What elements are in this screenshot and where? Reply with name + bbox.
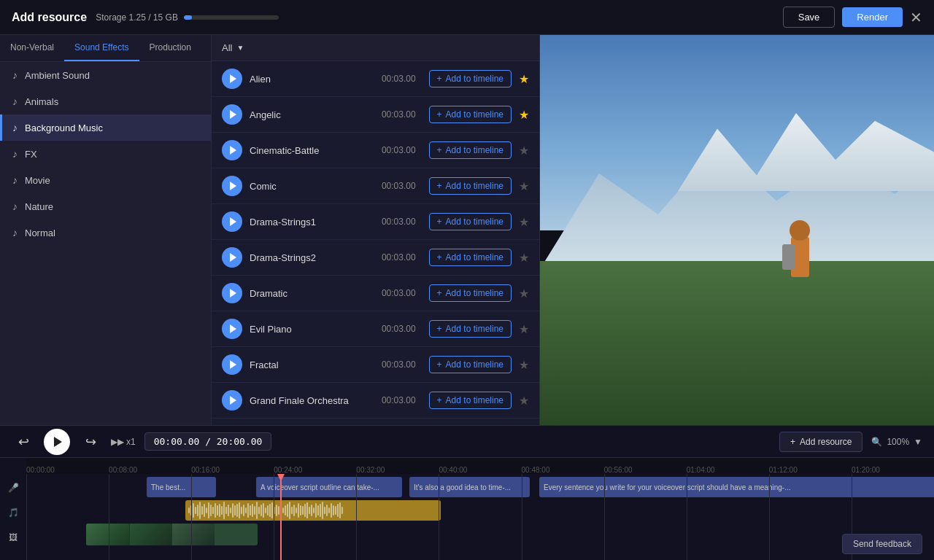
- sound-item-drama-strings1: Drama-Strings1 00:03.00 + Add to timelin…: [212, 204, 539, 240]
- star-dramatic-button[interactable]: ★: [519, 287, 529, 300]
- plus-icon: +: [437, 181, 442, 191]
- star-alien-button[interactable]: ★: [519, 72, 529, 86]
- play-alien-button[interactable]: [222, 69, 242, 89]
- add-timeline-cinematic-battle-button[interactable]: + Add to timeline: [429, 141, 512, 159]
- time-separator: /: [205, 436, 217, 447]
- sidebar-item-label: Nature: [25, 201, 53, 212]
- text-clip-3[interactable]: It's also a good idea to time-...: [409, 477, 530, 497]
- play-angelic-button[interactable]: [222, 104, 242, 125]
- send-feedback-button[interactable]: Send feedback: [842, 534, 922, 554]
- close-button[interactable]: ✕: [910, 10, 922, 25]
- ruler-mark-8: 01:04:00: [687, 466, 715, 474]
- play-button[interactable]: [44, 429, 70, 455]
- timeline-wrapper: 🎤 🎵 🖼 The best... A voiceover script out…: [0, 474, 934, 560]
- rewind-button[interactable]: ↩: [12, 430, 35, 454]
- sidebar-item-nature[interactable]: ♪ Nature: [0, 193, 211, 219]
- star-evil-piano-button[interactable]: ★: [519, 322, 529, 336]
- add-timeline-alien-button[interactable]: + Add to timeline: [429, 70, 512, 88]
- sound-name-dramatic: Dramatic: [250, 288, 374, 299]
- sidebar-panel: Non-Verbal Sound Effects Production Uplo…: [0, 35, 212, 425]
- sidebar-item-animals[interactable]: ♪ Animals: [0, 88, 211, 114]
- add-timeline-angelic-button[interactable]: + Add to timeline: [429, 106, 512, 123]
- sound-duration-evil-piano: 00:03.00: [382, 324, 416, 334]
- play-icon: [230, 324, 236, 333]
- add-timeline-grand-finale-button[interactable]: + Add to timeline: [429, 392, 512, 409]
- star-grand-finale-button[interactable]: ★: [519, 394, 529, 408]
- zoom-control: 🔍 100% ▼: [871, 437, 922, 447]
- video-thumbnail-track[interactable]: [86, 524, 258, 545]
- sidebar-item-label: Movie: [25, 175, 50, 186]
- filter-button[interactable]: All ▼: [222, 42, 244, 53]
- play-drama-strings1-button[interactable]: [222, 211, 242, 232]
- video-thumb-1: [86, 524, 130, 545]
- sound-list-panel: All ▼ Alien 00:03.00 + Add to timeline ★…: [212, 35, 540, 425]
- add-timeline-drama-strings2-button[interactable]: + Add to timeline: [429, 249, 512, 266]
- add-timeline-evil-piano-button[interactable]: + Add to timeline: [429, 320, 512, 338]
- play-icon: [230, 396, 236, 405]
- star-angelic-button[interactable]: ★: [519, 108, 529, 122]
- star-drama-strings2-button[interactable]: ★: [519, 251, 529, 265]
- render-button[interactable]: Render: [842, 7, 903, 27]
- sidebar-item-normal[interactable]: ♪ Normal: [0, 219, 211, 246]
- sound-item-drama-strings2: Drama-Strings2 00:03.00 + Add to timelin…: [212, 240, 539, 276]
- track-label-voiceover: 🎤: [0, 477, 26, 499]
- audio-waveform-track[interactable]: [185, 500, 441, 521]
- grid-line-6: [522, 474, 522, 560]
- sound-item-dramatic: Dramatic 00:03.00 + Add to timeline ★: [212, 276, 539, 311]
- add-timeline-drama-strings1-button[interactable]: + Add to timeline: [429, 213, 512, 230]
- top-bar: Add resource Storage 1.25 / 15 GB Save R…: [0, 0, 934, 35]
- sidebar-tabs: Non-Verbal Sound Effects Production Uplo…: [0, 35, 211, 62]
- sidebar-item-label: FX: [25, 149, 37, 160]
- play-icon: [230, 74, 236, 83]
- text-clip-2[interactable]: A voiceover script outline can take-...: [256, 477, 402, 497]
- star-fractal-button[interactable]: ★: [519, 358, 529, 372]
- sidebar-item-fx[interactable]: ♪ FX: [0, 141, 211, 167]
- play-comic-button[interactable]: [222, 176, 242, 196]
- zoom-level: 100%: [887, 437, 909, 447]
- grid-line-4: [356, 474, 357, 560]
- sidebar-item-movie[interactable]: ♪ Movie: [0, 167, 211, 193]
- play-fractal-button[interactable]: [222, 354, 242, 375]
- tab-production[interactable]: Production: [139, 35, 201, 61]
- add-timeline-comic-button[interactable]: + Add to timeline: [429, 177, 512, 195]
- play-evil-piano-button[interactable]: [222, 319, 242, 339]
- star-comic-button[interactable]: ★: [519, 179, 529, 193]
- music-icon: ♪: [12, 148, 18, 160]
- sound-duration-alien: 00:03.00: [382, 74, 416, 84]
- clip-text: It's also a good idea to time-...: [414, 483, 511, 491]
- sound-name-alien: Alien: [250, 74, 374, 85]
- tab-non-verbal[interactable]: Non-Verbal: [0, 35, 64, 61]
- sound-name-fractal: Fractal: [250, 359, 374, 370]
- play-drama-strings2-button[interactable]: [222, 247, 242, 268]
- play-dramatic-button[interactable]: [222, 283, 242, 303]
- sound-name-comic: Comic: [250, 181, 374, 192]
- play-grand-finale-button[interactable]: [222, 390, 242, 411]
- text-clip-1[interactable]: The best...: [147, 477, 216, 497]
- sound-item-angelic: Angelic 00:03.00 + Add to timeline ★: [212, 97, 539, 133]
- text-clip-4[interactable]: Every sentence you write for your voiceo…: [539, 477, 934, 497]
- chevron-down-icon: ▼: [236, 44, 244, 52]
- music-icon: ♪: [12, 122, 18, 133]
- add-resource-timeline-button[interactable]: + Add resource: [779, 432, 862, 452]
- timeline-ruler: 00:00:0000:08:0000:16:0000:24:0000:32:00…: [26, 458, 934, 474]
- ruler-mark-1: 00:08:00: [109, 466, 137, 474]
- sidebar-item-ambient-sound[interactable]: ♪ Ambient Sound: [0, 62, 211, 88]
- sidebar-item-label: Background Music: [25, 122, 103, 133]
- sound-item-grand-finale: Grand Finale Orchestra 00:03.00 + Add to…: [212, 383, 539, 419]
- star-drama-strings1-button[interactable]: ★: [519, 215, 529, 229]
- tab-sound-effects[interactable]: Sound Effects: [64, 35, 139, 61]
- sound-duration-fractal: 00:03.00: [382, 359, 416, 370]
- add-timeline-dramatic-button[interactable]: + Add to timeline: [429, 284, 512, 302]
- sidebar-item-label: Ambient Sound: [25, 70, 90, 81]
- sound-list: Alien 00:03.00 + Add to timeline ★ Angel…: [212, 61, 539, 425]
- plus-icon: +: [437, 109, 442, 120]
- add-timeline-fractal-button[interactable]: + Add to timeline: [429, 356, 512, 373]
- star-cinematic-battle-button[interactable]: ★: [519, 144, 529, 158]
- sidebar-item-background-music[interactable]: ♪ Background Music: [0, 114, 211, 141]
- save-button[interactable]: Save: [783, 7, 835, 28]
- plus-icon: +: [437, 288, 442, 298]
- sound-item-fractal: Fractal 00:03.00 + Add to timeline ★: [212, 347, 539, 383]
- forward-button[interactable]: ↪: [79, 430, 102, 454]
- play-cinematic-battle-button[interactable]: [222, 140, 242, 160]
- grid-line-5: [439, 474, 439, 560]
